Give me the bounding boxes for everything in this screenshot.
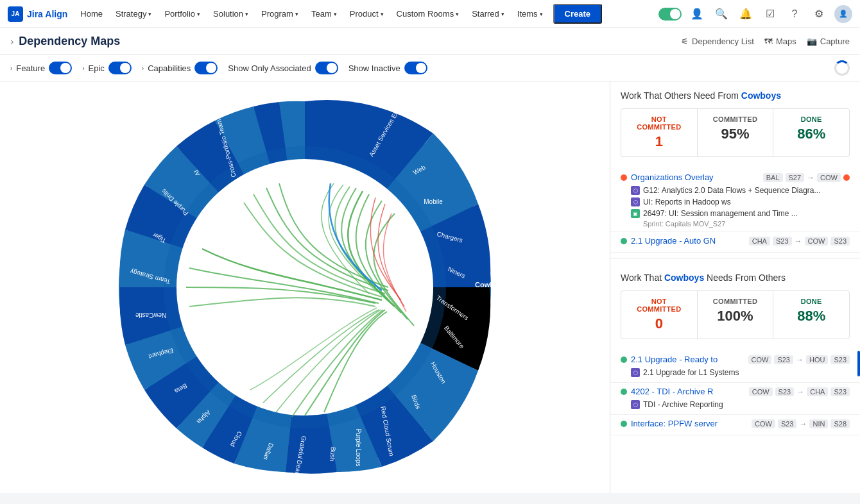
capture-link[interactable]: 📷 Capture bbox=[807, 37, 850, 46]
dep-sub-items-org: ⬡ G12: Analytics 2.0 Data Flows + Sequen… bbox=[621, 185, 850, 228]
help-icon[interactable]: ? bbox=[786, 5, 804, 23]
nav-items[interactable]: Items ▾ bbox=[512, 6, 548, 21]
dep-sub-icon-purple2: ⬡ bbox=[631, 197, 640, 206]
chevron-icon: ▾ bbox=[501, 11, 504, 17]
nav-icons: 👤 🔍 🔔 ☑ ? ⚙ 👤 bbox=[658, 5, 852, 23]
toolbar: › Feature › Epic › Capabilities Show Onl… bbox=[0, 55, 860, 81]
dep-arrow4: → bbox=[796, 387, 804, 396]
collapse-arrow[interactable]: › bbox=[10, 36, 13, 47]
chord-diagram-area[interactable]: Asset Services EMEA Web Mobile Chargers … bbox=[0, 81, 610, 493]
stat-label-not-committed-1: NOT COMMITTED bbox=[629, 115, 689, 131]
dep-tag-cha2: CHA bbox=[807, 387, 828, 396]
nav-program[interactable]: Program ▾ bbox=[256, 6, 304, 21]
nav-toggle[interactable] bbox=[658, 8, 682, 21]
dep-dot-green2 bbox=[621, 357, 627, 363]
chevron-icon: ▾ bbox=[381, 11, 384, 17]
dep-tag-s23f: S23 bbox=[830, 387, 850, 396]
nav-logo[interactable]: JA Jira Align bbox=[8, 6, 67, 22]
dep-title-upgrade-ready[interactable]: 2.1 Upgrade - Ready to bbox=[631, 355, 744, 364]
svg-text:Cowboys: Cowboys bbox=[475, 281, 506, 289]
dep-sub-g12: ⬡ G12: Analytics 2.0 Data Flows + Sequen… bbox=[631, 185, 850, 196]
dep-sub-tdi-archive: ⬡ TDI - Archive Reporting bbox=[621, 399, 850, 410]
capabilities-toggle[interactable] bbox=[194, 62, 218, 74]
stat-committed-1: COMMITTED 95% bbox=[698, 109, 774, 156]
section2-stats: NOT COMMITTED 0 COMMITTED 100% DONE 88% bbox=[621, 290, 850, 339]
section2-team: Cowboys bbox=[664, 273, 704, 283]
svg-text:Purple Loops: Purple Loops bbox=[355, 429, 362, 467]
dependency-list-link[interactable]: ⚟ Dependency List bbox=[681, 37, 754, 46]
dep-arrow5: → bbox=[799, 419, 807, 428]
dep-tags-upgrade-gn: CHA S23 → COW S23 bbox=[749, 237, 850, 246]
svg-text:NewCastle: NewCastle bbox=[135, 312, 166, 319]
feature-toggle-group: › Feature bbox=[10, 62, 72, 74]
dep-tags-org-overlay: BAL S27 → COW bbox=[763, 173, 850, 182]
dep-title-ppfw[interactable]: Interface: PPFW server bbox=[631, 419, 748, 428]
nav-strategy[interactable]: Strategy ▾ bbox=[110, 6, 157, 21]
dep-tags-tdi: COW S23 → CHA S23 bbox=[749, 387, 850, 396]
settings-icon[interactable]: ⚙ bbox=[810, 5, 828, 23]
list-icon: ⚟ bbox=[681, 37, 689, 46]
chevron-icon: ▾ bbox=[456, 11, 459, 17]
maps-link[interactable]: 🗺 Maps bbox=[764, 37, 796, 46]
dep-title-upgrade-gn[interactable]: 2.1 Upgrade - Auto GN bbox=[631, 236, 745, 246]
nav-custom-rooms[interactable]: Custom Rooms ▾ bbox=[391, 6, 465, 21]
nav-portfolio[interactable]: Portfolio ▾ bbox=[159, 6, 205, 21]
sidebar-section-2: Work That Cowboys Needs From Others NOT … bbox=[610, 264, 860, 351]
show-inactive-toggle[interactable] bbox=[404, 62, 427, 74]
page-title: Dependency Maps bbox=[19, 35, 120, 48]
dep-tag-cow4: COW bbox=[749, 387, 773, 396]
dep-dot-green4 bbox=[621, 421, 627, 427]
dep-item-header-upgrade-gn: 2.1 Upgrade - Auto GN CHA S23 → COW S23 bbox=[621, 236, 850, 246]
nav-starred[interactable]: Starred ▾ bbox=[467, 6, 510, 21]
dep-title-org-overlay[interactable]: Organizations Overlay bbox=[631, 172, 759, 182]
dep-item-ppfw: Interface: PPFW server COW S23 → NIN S28 bbox=[610, 415, 860, 435]
search-icon[interactable]: 🔍 bbox=[712, 5, 730, 23]
create-button[interactable]: Create bbox=[553, 4, 602, 24]
dep-red-dot bbox=[843, 174, 850, 181]
capture-label: Capture bbox=[820, 37, 850, 46]
stat-not-committed-2: NOT COMMITTED 0 bbox=[621, 291, 698, 339]
notifications-icon[interactable]: 🔔 bbox=[737, 5, 755, 23]
avatar[interactable]: 👤 bbox=[834, 5, 852, 23]
dep-tag-s23c: S23 bbox=[774, 355, 793, 364]
dep-arrow3: → bbox=[796, 355, 804, 364]
dep-sub-l1: ⬡ 2.1 Upgrade for L1 Systems bbox=[621, 367, 850, 378]
section2-heading: Work That Cowboys Needs From Others bbox=[621, 273, 850, 283]
stat-label-done-1: DONE bbox=[781, 115, 841, 123]
dep-sub-tdi-reporting: ⬡ TDI - Archive Reporting bbox=[631, 399, 850, 410]
show-only-associated-toggle[interactable] bbox=[315, 62, 338, 74]
dep-item-tdi-archive: 4202 - TDI - Archive R COW S23 → CHA S23… bbox=[610, 383, 860, 415]
dep-sub-text-ui-reports: UI: Reports in Hadoop ws bbox=[643, 197, 731, 206]
epic-toggle[interactable] bbox=[108, 62, 132, 74]
dep-arrow: → bbox=[807, 173, 814, 182]
sidebar-section-1: Work That Others Need From Cowboys NOT C… bbox=[610, 81, 860, 169]
profile-icon[interactable]: 👤 bbox=[688, 5, 706, 23]
dep-sub-26497: ▣ 26497: UI: Session management and Time… bbox=[631, 208, 850, 219]
nav-team[interactable]: Team ▾ bbox=[306, 6, 342, 21]
chevron-icon: ▾ bbox=[197, 11, 200, 17]
nav-solution[interactable]: Solution ▾ bbox=[208, 6, 254, 21]
dep-sub-l1-item: ⬡ 2.1 Upgrade for L1 Systems bbox=[631, 367, 850, 378]
dep-arrow2: → bbox=[795, 237, 802, 246]
epic-label: Epic bbox=[89, 63, 105, 73]
stat-committed-2: COMMITTED 100% bbox=[698, 291, 774, 339]
dep-dot-green3 bbox=[621, 389, 627, 395]
dep-sub-text-tdi: TDI - Archive Reporting bbox=[643, 400, 723, 409]
tasks-icon[interactable]: ☑ bbox=[761, 5, 779, 23]
feature-toggle[interactable] bbox=[49, 62, 72, 74]
stat-value-committed-1: 95% bbox=[705, 126, 766, 142]
chevron-icon: ▾ bbox=[148, 11, 151, 17]
stat-value-not-committed-2: 0 bbox=[629, 315, 689, 332]
loading-spinner bbox=[834, 60, 850, 76]
map-icon: 🗺 bbox=[764, 37, 773, 46]
dep-title-tdi[interactable]: 4202 - TDI - Archive R bbox=[631, 387, 745, 396]
chord-diagram: Asset Services EMEA Web Mobile Chargers … bbox=[87, 88, 523, 486]
dep-sub-text-26497: 26497: UI: Session management and Time .… bbox=[643, 209, 798, 218]
dep-tags-ppfw: COW S23 → NIN S28 bbox=[752, 419, 850, 428]
stat-value-done-1: 86% bbox=[781, 126, 841, 142]
dep-sub-text-g12: G12: Analytics 2.0 Data Flows + Sequence… bbox=[643, 186, 820, 195]
nav-product[interactable]: Product ▾ bbox=[345, 6, 389, 21]
stat-not-committed-1: NOT COMMITTED 1 bbox=[621, 109, 698, 156]
nav-home[interactable]: Home bbox=[75, 6, 108, 21]
section1-heading: Work That Others Need From Cowboys bbox=[621, 90, 850, 101]
